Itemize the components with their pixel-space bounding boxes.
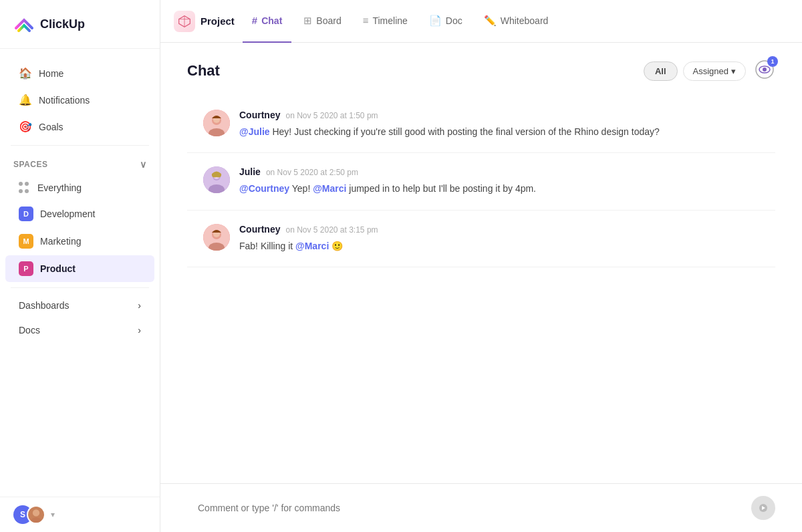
mention-julie: @Julie — [239, 126, 270, 137]
chat-title: Chat — [187, 62, 220, 80]
top-nav: Project # Chat ⊞ Board ≡ Timeline 📄 Doc … — [160, 0, 802, 43]
sidebar-item-dashboards[interactable]: Dashboards › — [5, 293, 154, 317]
sidebar-item-notifications[interactable]: 🔔 Notifications — [5, 87, 154, 113]
chat-filters: All Assigned ▾ — [644, 61, 746, 81]
spaces-label: Spaces — [13, 160, 47, 169]
spaces-section-header: Spaces ∨ — [0, 151, 160, 175]
message-2-text: @Courtney Yep! @Marci jumped in to help … — [239, 181, 759, 196]
whiteboard-icon: ✏️ — [484, 15, 497, 27]
filter-all-button[interactable]: All — [644, 61, 678, 81]
tab-whiteboard[interactable]: ✏️ Whiteboard — [475, 0, 558, 43]
main-content: Project # Chat ⊞ Board ≡ Timeline 📄 Doc … — [160, 0, 802, 532]
docs-label: Docs — [19, 325, 40, 336]
chevron-right-icon: › — [138, 300, 141, 311]
sidebar-item-product-label: Product — [40, 263, 76, 274]
julie-avatar-image — [203, 166, 230, 193]
filter-assigned-dropdown[interactable]: Assigned ▾ — [683, 61, 746, 81]
message-1-time: on Nov 5 2020 at 1:50 pm — [285, 111, 378, 120]
message-3-time: on Nov 5 2020 at 3:15 pm — [285, 225, 378, 235]
bell-icon: 🔔 — [19, 94, 32, 106]
goals-icon: 🎯 — [19, 120, 32, 133]
hash-icon: # — [252, 15, 257, 26]
marketing-badge: M — [19, 234, 33, 249]
everything-icon — [19, 182, 31, 194]
tab-timeline-label: Timeline — [372, 15, 407, 26]
dropdown-icon: ▾ — [51, 510, 55, 519]
message-3-text-1: Fab! Killing it — [239, 241, 295, 251]
tab-chat[interactable]: # Chat — [243, 0, 291, 43]
sidebar-item-goals-label: Goals — [39, 122, 63, 132]
mention-marci: @Marci — [313, 183, 346, 194]
tab-doc[interactable]: 📄 Doc — [420, 0, 472, 43]
notification-watch-button[interactable]: 1 — [754, 59, 775, 83]
sidebar-footer: S ▾ — [0, 497, 160, 532]
message-1-text-main: Hey! Just checking if you're still good … — [272, 126, 659, 137]
message-2-text-1: Yep! — [292, 183, 313, 194]
sidebar-item-marketing-label: Marketing — [40, 236, 81, 247]
chat-header: Chat All Assigned ▾ 1 — [187, 59, 775, 83]
tab-board-label: Board — [316, 15, 341, 26]
sidebar-item-everything[interactable]: Everything — [5, 176, 154, 200]
user-avatars[interactable]: S — [13, 505, 45, 524]
message-2-author: Julie — [239, 166, 261, 177]
timeline-icon: ≡ — [363, 15, 369, 26]
comment-input[interactable] — [187, 495, 743, 521]
message-2-body: Julie on Nov 5 2020 at 2:50 pm @Courtney… — [239, 166, 759, 196]
message-3-text: Fab! Killing it @Marci 🙂 — [239, 239, 759, 253]
user-photo-icon — [28, 505, 44, 524]
divider-2 — [11, 287, 149, 288]
product-badge: P — [19, 261, 33, 276]
sidebar-item-product[interactable]: P Product — [5, 255, 154, 282]
notification-badge: 1 — [767, 56, 778, 67]
clickup-logo-icon — [13, 13, 35, 35]
avatar-courtney-1 — [203, 110, 230, 136]
sidebar-item-home[interactable]: 🏠 Home — [5, 60, 154, 86]
sidebar-item-docs[interactable]: Docs › — [5, 318, 154, 342]
svg-point-7 — [763, 68, 767, 72]
sidebar-item-development[interactable]: D Development — [5, 201, 154, 227]
message-1: Courtney on Nov 5 2020 at 1:50 pm @Julie… — [187, 96, 775, 153]
divider — [11, 145, 149, 146]
chat-area: Chat All Assigned ▾ 1 — [160, 43, 802, 483]
development-badge: D — [19, 207, 33, 221]
avatar-julie — [203, 166, 230, 193]
project-label: Project — [174, 11, 235, 32]
sidebar-item-development-label: Development — [40, 209, 96, 219]
sidebar-item-marketing[interactable]: M Marketing — [5, 228, 154, 255]
message-2-text-2: jumped in to help but I'll be posting it… — [349, 183, 536, 194]
user-avatar-photo — [27, 505, 45, 524]
send-button[interactable] — [751, 496, 775, 520]
sidebar-nav: 🏠 Home 🔔 Notifications 🎯 Goals Spaces ∨ … — [0, 49, 160, 497]
doc-icon: 📄 — [429, 15, 442, 27]
send-icon — [758, 503, 769, 513]
message-1-body: Courtney on Nov 5 2020 at 1:50 pm @Julie… — [239, 110, 759, 139]
sidebar-item-home-label: Home — [39, 68, 63, 79]
assigned-label: Assigned — [693, 66, 728, 76]
svg-point-1 — [30, 517, 41, 524]
dashboards-label: Dashboards — [19, 300, 70, 311]
tab-board[interactable]: ⊞ Board — [294, 0, 350, 43]
chevron-down-icon: ▾ — [731, 66, 736, 76]
tab-timeline[interactable]: ≡ Timeline — [354, 0, 417, 43]
sidebar-item-goals[interactable]: 🎯 Goals — [5, 114, 154, 140]
sidebar-item-everything-label: Everything — [37, 182, 82, 193]
message-1-author: Courtney — [239, 110, 280, 120]
message-1-text: @Julie Hey! Just checking if you're stil… — [239, 124, 759, 139]
mention-marci-2: @Marci — [295, 241, 329, 251]
message-3-meta: Courtney on Nov 5 2020 at 3:15 pm — [239, 224, 759, 235]
project-name: Project — [200, 15, 235, 27]
message-3-emoji: 🙂 — [331, 241, 343, 251]
comment-area — [160, 483, 802, 532]
home-icon: 🏠 — [19, 67, 32, 80]
spaces-chevron-icon: ∨ — [140, 159, 147, 170]
courtney-avatar-image — [203, 110, 230, 136]
mention-courtney: @Courtney — [239, 183, 289, 194]
message-2-meta: Julie on Nov 5 2020 at 2:50 pm — [239, 166, 759, 177]
message-2-time: on Nov 5 2020 at 2:50 pm — [266, 168, 358, 177]
svg-point-0 — [33, 509, 39, 516]
chevron-right-icon-2: › — [138, 325, 141, 336]
tab-chat-label: Chat — [261, 15, 282, 26]
tab-whiteboard-label: Whiteboard — [501, 15, 549, 26]
project-icon — [174, 11, 195, 32]
app-logo: ClickUp — [0, 0, 160, 49]
